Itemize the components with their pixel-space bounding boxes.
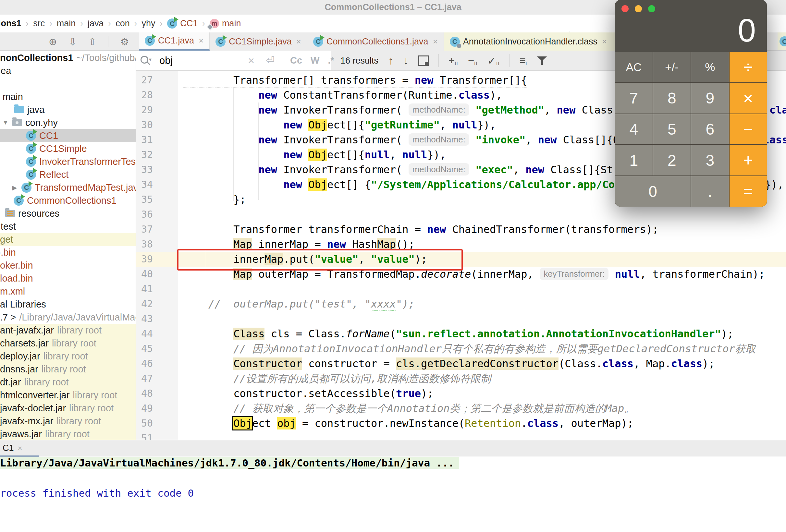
calc-key-−[interactable]: − (730, 114, 767, 145)
tree-item-nonCollections1[interactable]: nonCollections1~/Tools/github/J (0, 51, 136, 64)
code-line-32[interactable]: new Object[]{null, null}), (183, 147, 446, 162)
calc-key-AC[interactable]: AC (615, 52, 653, 82)
breadcrumb-item-main[interactable]: main (57, 19, 76, 28)
calc-key-2[interactable]: 2 (653, 145, 691, 175)
calc-key-.[interactable]: . (691, 176, 729, 207)
multiline-search-icon[interactable]: ≡I (519, 54, 527, 67)
tree-item-test[interactable]: test (0, 220, 136, 233)
clear-search-icon[interactable]: × (248, 51, 254, 70)
close-tab-icon[interactable]: × (433, 37, 438, 47)
newline-icon[interactable]: ⏎ (266, 51, 275, 70)
close-tab-icon[interactable]: × (602, 37, 607, 47)
tree-item-main[interactable]: main (0, 90, 136, 103)
code-line-50[interactable]: Object obj = constructor.newInstance(Ret… (183, 416, 633, 431)
collapse-icon[interactable]: ⇧ (88, 36, 96, 47)
code-line-30[interactable]: new Object[]{"getRuntime", null}), (183, 117, 496, 132)
toggle-Cc[interactable]: Cc (290, 55, 302, 66)
code-line-47[interactable]: //设置所有的成员都可以访问,取消构造函数修饰符限制 (183, 371, 491, 386)
tree-item-m.xml[interactable]: m.xml (0, 285, 136, 298)
tab-CC1.java[interactable]: CCC1.java× (139, 32, 210, 51)
calc-key-=[interactable]: = (730, 176, 767, 207)
tree-item-dnsns.jar[interactable]: dnsns.jarlibrary root (0, 363, 136, 376)
calc-key-4[interactable]: 4 (615, 114, 653, 145)
tree-item-javafx-mx.jar[interactable]: javafx-mx.jarlibrary root (0, 415, 136, 428)
breadcrumb-item-tions1[interactable]: tions1 (0, 19, 21, 28)
calc-key-7[interactable]: 7 (615, 83, 653, 114)
tree-item-TransformedMapTest.java[interactable]: ▶CTransformedMapTest.java (0, 181, 136, 194)
toggle-W[interactable]: W (310, 55, 319, 66)
tree-item-al Libraries[interactable]: al Libraries (0, 298, 136, 311)
close-tab-icon[interactable]: × (199, 36, 204, 46)
calc-key-÷[interactable]: ÷ (730, 52, 767, 82)
tab-CommonCollections1.java[interactable]: CCommonCollections1.java× (307, 32, 444, 51)
code-line-27[interactable]: Transformer[] transformers = new Transfo… (183, 73, 527, 88)
tree-item-htmlconverter.jar[interactable]: htmlconverter.jarlibrary root (0, 389, 136, 402)
tree-item-dt.jar[interactable]: dt.jarlibrary root (0, 376, 136, 389)
tree-chevron-icon[interactable]: ▼ (2, 119, 9, 126)
gear-icon[interactable]: ⚙ (120, 36, 129, 47)
calc-key-9[interactable]: 9 (691, 83, 729, 114)
calc-key-8[interactable]: 8 (653, 83, 691, 114)
calc-key-0[interactable]: 0 (615, 176, 691, 207)
tree-item-get[interactable]: get (0, 233, 136, 246)
add-occurrence-icon[interactable]: +II (448, 54, 458, 67)
tree-item-javaws.jar[interactable]: javaws.jarlibrary root (0, 428, 136, 440)
calc-key-3[interactable]: 3 (691, 145, 729, 175)
tree-item-ant-javafx.jar[interactable]: ant-javafx.jarlibrary root (0, 324, 136, 337)
tree-chevron-icon[interactable]: ▶ (11, 184, 18, 191)
breadcrumb-item-java[interactable]: java (88, 19, 104, 28)
toggle-.*[interactable]: .* (328, 55, 334, 66)
calc-key-+[interactable]: + (730, 145, 767, 175)
code-line-37[interactable]: Transformer transformerChain = new Chain… (183, 222, 658, 237)
calc-key-+/-[interactable]: +/- (653, 52, 691, 82)
code-line-33[interactable]: new InvokerTransformer( methodName: "exe… (183, 162, 688, 177)
calculator-window[interactable]: 0 AC+/-%÷789×456−123+0.= (615, 0, 767, 207)
tree-item-b.bin[interactable]: b.bin (0, 246, 136, 259)
breadcrumb-item-con[interactable]: con (116, 19, 130, 28)
tree-item-resources[interactable]: resources (0, 207, 136, 220)
find-in-selection-icon[interactable] (418, 55, 429, 66)
tab-CC1Simple.java[interactable]: CCC1Simple.java× (210, 32, 307, 51)
breadcrumb-item-src[interactable]: src (33, 19, 45, 28)
tab-overflow-sliver[interactable]: C (778, 32, 786, 50)
search-input[interactable]: obj (159, 51, 172, 70)
calc-key-5[interactable]: 5 (653, 114, 691, 145)
zoom-window-icon[interactable] (648, 5, 655, 12)
console-tab[interactable]: C1 × (3, 440, 22, 456)
close-window-icon[interactable] (622, 5, 629, 12)
remove-occurrence-icon[interactable]: −II (468, 54, 478, 67)
tab-AnnotationInvocationHandler.class[interactable]: CAnnotationInvocationHandler.class× (444, 32, 613, 51)
tree-item-CC1[interactable]: CCC1 (0, 129, 136, 142)
code-line-46[interactable]: Constructor constructor = cls.getDeclare… (183, 356, 715, 371)
calc-key-1[interactable]: 1 (615, 145, 653, 175)
next-occurrence-icon[interactable]: ↓ (403, 54, 409, 67)
calc-key-×[interactable]: × (730, 83, 767, 114)
code-line-48[interactable]: constructor.setAccessible(true); (183, 386, 434, 401)
search-history-chevron-icon[interactable]: ▾ (149, 56, 152, 63)
select-all-occurrences-icon[interactable]: ✓II (487, 54, 500, 67)
locate-icon[interactable]: ⊕ (49, 36, 57, 47)
code-line-45[interactable]: // 因为AnnotationInvocationHandler只有个私有的有参… (183, 341, 756, 356)
tree-item-CC1Simple[interactable]: CCC1Simple (0, 142, 136, 155)
tree-item-CommonCollections1[interactable]: CCommonCollections1 (0, 194, 136, 207)
code-line-42[interactable]: // outerMap.put("test", "xxxx"); (183, 296, 415, 311)
code-line-28[interactable]: new ConstantTransformer(Runtime.class), (183, 88, 502, 102)
tree-item-charsets.jar[interactable]: charsets.jarlibrary root (0, 337, 136, 350)
filter-icon[interactable] (537, 56, 547, 65)
expand-icon[interactable]: ⇩ (68, 36, 76, 47)
breadcrumb-item-yhy[interactable]: yhy (141, 19, 155, 28)
tree-item-.7 >[interactable]: .7 >/Library/Java/JavaVirtualMach (0, 311, 136, 324)
breadcrumb-item-main[interactable]: mmain (210, 19, 241, 28)
code-line-49[interactable]: // 获取对象，第一个参数是一个Annotation类；第二个是参数就是前面构造… (183, 401, 634, 416)
tree-item-InvokerTransformerTest[interactable]: CInvokerTransformerTest (0, 155, 136, 168)
close-tab-icon[interactable]: × (296, 37, 301, 47)
close-icon[interactable]: × (18, 444, 22, 453)
breadcrumb-item-CC1[interactable]: CCC1 (167, 19, 198, 28)
calc-key-6[interactable]: 6 (691, 114, 729, 145)
tree-item-load.bin[interactable]: load.bin (0, 272, 136, 285)
tree-item-con.yhy[interactable]: ▼con.yhy (0, 116, 136, 129)
tree-item-java[interactable]: java (0, 103, 136, 116)
tree-item-oker.bin[interactable]: oker.bin (0, 259, 136, 272)
tree-item-javafx-doclet.jar[interactable]: javafx-doclet.jarlibrary root (0, 402, 136, 415)
code-line-35[interactable]: }; (183, 192, 246, 207)
